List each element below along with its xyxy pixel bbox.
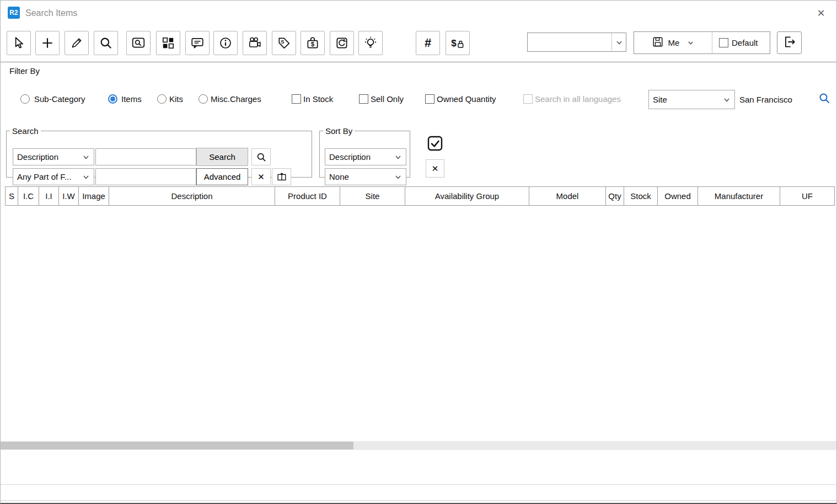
radio-misc-charges-label[interactable]: Misc.Charges — [211, 94, 261, 104]
in-stock-checkbox[interactable] — [292, 94, 301, 104]
radio-sub-category[interactable] — [20, 94, 30, 104]
column-header-manufacturer[interactable]: Manufacturer — [698, 186, 780, 206]
site-dropdown[interactable]: Site — [648, 90, 735, 109]
item-price-button[interactable]: $ — [301, 31, 325, 55]
column-header-owned[interactable]: Owned — [657, 186, 698, 206]
lightbulb-icon — [363, 36, 378, 50]
magnifier-icon — [99, 36, 113, 50]
clear-sort-button[interactable]: ✕ — [426, 159, 444, 178]
column-header-stock[interactable]: Stock — [624, 186, 658, 206]
in-stock-label[interactable]: In Stock — [303, 94, 333, 104]
sort-secondary-dropdown[interactable]: None — [325, 168, 406, 185]
search-group: Search Description Search Any Part of F.… — [6, 126, 312, 178]
item-tag-button[interactable]: S — [272, 31, 296, 55]
owned-quantity-checkbox[interactable] — [425, 94, 434, 104]
column-header-ic[interactable]: I.C — [18, 186, 39, 206]
column-header-ii[interactable]: I.I — [39, 186, 59, 206]
item-info-button[interactable] — [213, 31, 238, 55]
svg-text:S: S — [281, 39, 285, 45]
titlebar: R2 Search Items ✕ — [1, 1, 836, 26]
profile-save-group: Me Default — [634, 31, 770, 54]
app-logo: R2 — [8, 7, 20, 19]
search-all-languages-checkbox — [523, 94, 533, 104]
column-header-uf[interactable]: UF — [780, 186, 835, 206]
dollar-lock-icon: $ — [449, 36, 466, 50]
item-history-button[interactable] — [330, 31, 354, 55]
chevron-down-icon — [394, 153, 402, 161]
radio-misc-charges[interactable] — [198, 94, 208, 104]
default-checkbox-wrap[interactable]: Default — [712, 38, 758, 47]
column-header-availability-group[interactable]: Availability Group — [405, 186, 529, 206]
video-camera-icon — [248, 36, 262, 50]
column-header-description[interactable]: Description — [109, 186, 275, 206]
column-header-model[interactable]: Model — [529, 186, 606, 206]
layout-view-button[interactable] — [156, 31, 180, 55]
search-match-dropdown[interactable]: Any Part of F... — [13, 168, 94, 185]
column-header-image[interactable]: Image — [78, 186, 109, 206]
columns-button[interactable] — [272, 168, 291, 185]
item-numbers-button[interactable]: # — [416, 31, 440, 55]
results-header: S I.C I.I I.W Image Description Product … — [5, 186, 835, 206]
filter-by-label: Filter By — [9, 66, 40, 76]
sort-primary-dropdown[interactable]: Description — [325, 148, 406, 165]
search-field-value: Description — [17, 152, 58, 162]
column-header-product-id[interactable]: Product ID — [275, 186, 340, 206]
site-search-button[interactable] — [818, 92, 831, 105]
sell-only-label[interactable]: Sell Only — [371, 94, 404, 104]
default-checkbox[interactable] — [719, 38, 728, 47]
site-dropdown-value: Site — [653, 95, 667, 104]
advanced-button[interactable]: Advanced — [196, 168, 248, 185]
radio-items-label[interactable]: Items — [121, 94, 142, 104]
column-header-s[interactable]: S — [5, 186, 18, 206]
profile-combo[interactable] — [527, 33, 626, 52]
search-input[interactable] — [95, 148, 196, 165]
pointer-select-button[interactable] — [7, 31, 31, 55]
sort-by-group: Sort By Description None — [319, 126, 410, 178]
radio-kits[interactable] — [157, 94, 167, 104]
search-magnifier-button[interactable] — [251, 148, 271, 165]
floppy-icon — [652, 36, 664, 50]
search-items-window: R2 Search Items ✕ — [0, 0, 837, 504]
advanced-search-input[interactable] — [95, 168, 196, 185]
item-media-button[interactable] — [243, 31, 267, 55]
save-me-button[interactable]: Me — [634, 32, 712, 53]
chevron-down-icon[interactable] — [611, 33, 626, 51]
pointer-icon — [12, 36, 26, 50]
owned-quantity-label[interactable]: Owned Quantity — [437, 94, 496, 104]
radio-items[interactable] — [108, 94, 117, 104]
search-items-button[interactable] — [126, 31, 151, 55]
search-group-label: Search — [10, 126, 41, 136]
default-label: Default — [732, 38, 758, 47]
results-body — [1, 206, 836, 441]
price-lock-button[interactable]: $ — [446, 31, 470, 55]
search-field-dropdown[interactable]: Description — [13, 148, 94, 165]
chevron-down-icon — [82, 173, 90, 181]
scrollbar-thumb[interactable] — [1, 442, 353, 449]
close-icon[interactable]: ✕ — [813, 6, 829, 21]
search-window-icon — [131, 36, 146, 50]
comments-button[interactable] — [185, 31, 210, 55]
clear-search-button[interactable]: ✕ — [251, 168, 271, 185]
horizontal-scrollbar[interactable] — [1, 441, 837, 450]
search-match-value: Any Part of F... — [17, 172, 71, 181]
search-button[interactable]: Search — [196, 148, 248, 166]
edit-item-button[interactable] — [65, 31, 89, 55]
tag-icon: S — [277, 36, 291, 50]
item-suggestions-button[interactable] — [358, 31, 383, 55]
sell-only-checkbox[interactable] — [359, 94, 368, 104]
select-all-button[interactable] — [425, 133, 446, 154]
sort-by-label: Sort By — [323, 126, 355, 136]
exit-button[interactable] — [777, 31, 802, 54]
add-item-button[interactable] — [35, 31, 60, 55]
plus-icon — [40, 36, 55, 50]
radio-sub-category-label[interactable]: Sub-Category — [34, 94, 85, 104]
checked-box-icon — [426, 135, 444, 154]
column-header-iw[interactable]: I.W — [58, 186, 79, 206]
find-button[interactable] — [94, 31, 118, 55]
save-me-label: Me — [668, 38, 680, 47]
radio-kits-label[interactable]: Kits — [169, 94, 183, 104]
chevron-down-icon[interactable] — [687, 39, 694, 46]
column-header-site[interactable]: Site — [340, 186, 405, 206]
column-header-qty[interactable]: Qty — [605, 186, 624, 206]
sort-secondary-value: None — [329, 172, 349, 181]
